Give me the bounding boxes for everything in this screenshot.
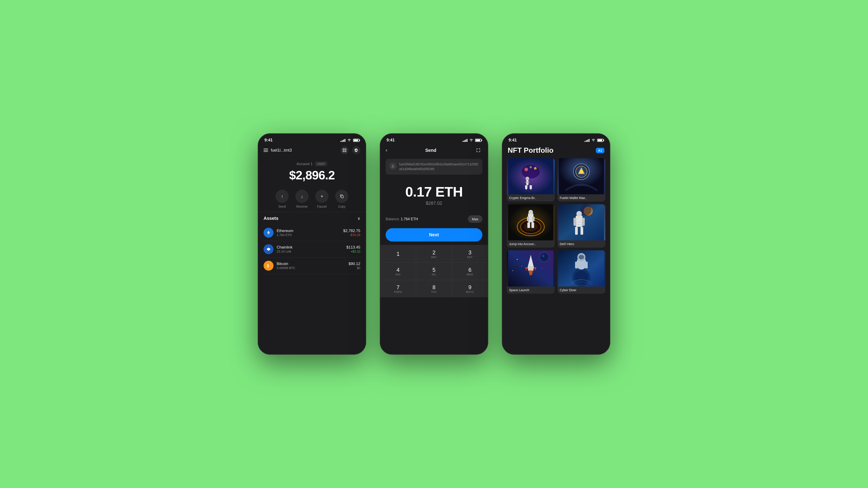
scan-button[interactable]	[340, 146, 348, 154]
key-2[interactable]: 2 ABC	[416, 246, 452, 263]
faucet-action[interactable]: + Faucet	[315, 190, 329, 208]
key-9[interactable]: 9 WXYZ	[452, 280, 488, 297]
nft-header: NFT Portfolio A1	[502, 144, 610, 158]
chainlink-change: +$3.10	[346, 250, 360, 253]
nft-name-1: Cryptic Enigma Br..	[507, 194, 555, 201]
next-button[interactable]: Next	[385, 228, 483, 241]
svg-point-9	[534, 167, 537, 170]
expand-button[interactable]	[474, 146, 483, 154]
copy-action[interactable]: Copy	[335, 190, 348, 208]
svg-point-49	[542, 268, 542, 269]
nft-item-5[interactable]: Space Launch	[507, 250, 555, 294]
key-8[interactable]: 8 TUV	[416, 280, 452, 297]
nft-name-5: Space Launch	[507, 287, 555, 294]
copy-icon	[335, 190, 348, 203]
svg-rect-32	[576, 216, 583, 227]
balance-row: Balance: 1.764 ETH Max	[380, 213, 488, 226]
battery-icon-1	[353, 139, 360, 142]
asset-bitcoin[interactable]: ₿ Bitcoin 0.00099 BTC $90.12 $0	[264, 258, 360, 274]
key-5[interactable]: 5 JKL	[416, 263, 452, 280]
time-2: 9:41	[386, 138, 395, 142]
chainlink-value: $113.45 +$3.10	[346, 245, 360, 253]
chainlink-info: Chainlink 23.10 Link	[277, 245, 346, 253]
bitcoin-change: $0	[348, 266, 360, 270]
svg-point-31	[580, 204, 592, 216]
svg-rect-3	[345, 151, 346, 152]
nft-title: NFT Portfolio	[508, 146, 554, 155]
wallet-balance: $2,896.2	[258, 168, 366, 182]
key-4[interactable]: 4 GHI	[380, 263, 416, 280]
nft-image-1	[507, 158, 555, 194]
account-label: Account 1 USDT	[258, 162, 366, 166]
wifi-icon-2	[469, 138, 473, 142]
key-7[interactable]: 7 PQRS	[380, 280, 416, 297]
status-bar-1: 9:41	[258, 134, 366, 144]
nft-image-6	[557, 250, 605, 287]
settings-button[interactable]	[352, 146, 360, 154]
status-bar-2: 9:41	[380, 134, 488, 144]
key-3[interactable]: 3 DEF	[452, 246, 488, 263]
svg-rect-36	[575, 227, 578, 235]
svg-rect-27	[527, 222, 530, 228]
max-button[interactable]: Max	[468, 215, 483, 223]
assets-title: Assets	[264, 216, 278, 221]
nft-image-5	[507, 250, 555, 287]
signal-icon-1	[340, 139, 345, 142]
send-label: Send	[278, 205, 286, 208]
svg-rect-26	[532, 217, 535, 221]
send-action[interactable]: ↑ Send	[276, 190, 289, 208]
nft-item-3[interactable]: Jump into Accoun..	[507, 204, 555, 248]
chainlink-amount: 23.10 Link	[277, 250, 346, 253]
nft-item-1[interactable]: Cryptic Enigma Br..	[507, 158, 555, 201]
svg-rect-2	[343, 151, 344, 152]
svg-point-50	[512, 270, 513, 271]
send-header: ‹ Send	[380, 144, 488, 157]
svg-rect-43	[528, 266, 533, 271]
svg-point-41	[542, 255, 544, 257]
nft-item-6[interactable]: Cyber Diver	[557, 250, 605, 294]
receive-action[interactable]: ↓ Receive	[296, 190, 309, 208]
time-1: 9:41	[265, 138, 273, 142]
recipient-address: fuel1ff4fad198762e4092e0fb2e28a882aee501…	[399, 162, 479, 171]
nft-item-2[interactable]: Fuelet Wallet Mae..	[557, 158, 605, 201]
svg-rect-37	[581, 227, 583, 235]
key-1[interactable]: 1	[380, 246, 416, 263]
receive-icon: ↓	[296, 190, 309, 203]
bitcoin-value: $90.12 $0	[348, 262, 360, 270]
status-icons-1	[340, 138, 360, 142]
chainlink-price: $113.45	[346, 245, 360, 250]
wifi-icon-1	[347, 138, 351, 142]
svg-point-53	[575, 271, 588, 284]
signal-icon-2	[463, 139, 467, 142]
numpad: 1 2 ABC 3 DEF 4 GHI 5 JKL 6 MNO	[380, 245, 488, 297]
nft-item-4[interactable]: DeFi Hero	[557, 204, 605, 248]
status-icons-3	[585, 138, 603, 142]
bitcoin-info: Bitcoin 0.00099 BTC	[277, 262, 348, 270]
wallet-header: fuel1l...tmt3	[258, 144, 366, 157]
back-button[interactable]: ‹	[385, 147, 387, 153]
action-buttons: ↑ Send ↓ Receive + Faucet Copy	[258, 184, 366, 212]
svg-rect-4	[341, 196, 343, 198]
asset-chainlink[interactable]: Chainlink 23.10 Link $113.45 +$3.10	[264, 241, 360, 258]
faucet-label: Faucet	[317, 205, 327, 208]
assets-chevron-icon[interactable]: ∨	[358, 216, 360, 221]
status-bar-3: 9:41	[502, 134, 610, 144]
menu-button[interactable]	[264, 149, 268, 152]
nft-name-4: DeFi Hero	[557, 240, 605, 248]
asset-ethereum[interactable]: Ethereum 1.764 ETH $2,782.75 -$78.28	[264, 225, 360, 241]
send-amount-section: 0.17 ETH $287.02	[380, 179, 488, 213]
wifi-icon-3	[591, 138, 595, 142]
ethereum-name: Ethereum	[277, 229, 343, 233]
battery-icon-2	[475, 139, 482, 142]
svg-point-48	[522, 266, 522, 267]
link-icon	[264, 244, 274, 254]
key-6[interactable]: 6 MNO	[452, 263, 488, 280]
copy-label: Copy	[338, 205, 346, 208]
nft-image-2	[557, 158, 605, 194]
phone-wallet: 9:41	[258, 133, 366, 355]
nft-image-4	[557, 204, 605, 240]
bitcoin-price: $90.12	[348, 262, 360, 266]
ethereum-amount: 1.764 ETH	[277, 233, 343, 237]
nft-grid: Cryptic Enigma Br..	[502, 158, 610, 294]
svg-point-40	[540, 253, 548, 261]
